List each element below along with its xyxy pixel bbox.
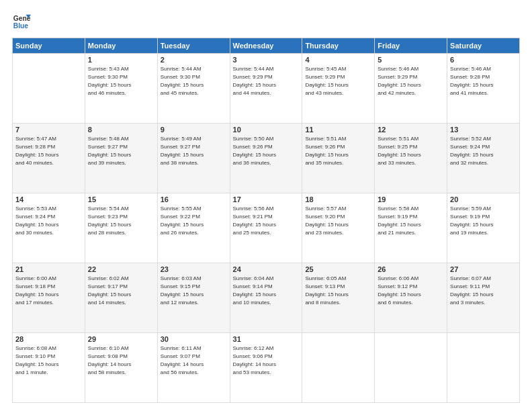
day-number: 12 bbox=[378, 126, 444, 134]
weekday-header-monday: Monday bbox=[85, 38, 157, 54]
calendar-cell: 8Sunrise: 5:48 AMSunset: 9:27 PMDaylight… bbox=[85, 124, 157, 193]
day-info: Sunrise: 5:57 AMSunset: 9:20 PMDaylight:… bbox=[305, 205, 371, 237]
day-number: 15 bbox=[88, 195, 154, 203]
week-row-4: 21Sunrise: 6:00 AMSunset: 9:18 PMDayligh… bbox=[13, 263, 520, 333]
calendar-cell: 23Sunrise: 6:03 AMSunset: 9:15 PMDayligh… bbox=[157, 263, 230, 333]
day-info: Sunrise: 5:51 AMSunset: 9:25 PMDaylight:… bbox=[378, 135, 444, 167]
day-info: Sunrise: 5:50 AMSunset: 9:26 PMDaylight:… bbox=[233, 135, 300, 167]
weekday-header-friday: Friday bbox=[375, 38, 447, 54]
calendar-cell: 4Sunrise: 5:45 AMSunset: 9:29 PMDaylight… bbox=[302, 54, 375, 124]
day-number: 3 bbox=[233, 56, 300, 64]
day-info: Sunrise: 6:04 AMSunset: 9:14 PMDaylight:… bbox=[233, 275, 300, 307]
logo-icon: General Blue bbox=[12, 12, 31, 31]
day-info: Sunrise: 6:12 AMSunset: 9:06 PMDaylight:… bbox=[233, 345, 300, 377]
calendar-cell: 5Sunrise: 5:46 AMSunset: 9:29 PMDaylight… bbox=[375, 54, 447, 124]
calendar-cell: 7Sunrise: 5:47 AMSunset: 9:28 PMDaylight… bbox=[13, 124, 85, 193]
calendar-body: 1Sunrise: 5:43 AMSunset: 9:30 PMDaylight… bbox=[13, 54, 520, 403]
weekday-header-row: SundayMondayTuesdayWednesdayThursdayFrid… bbox=[13, 38, 520, 54]
day-number: 17 bbox=[233, 195, 300, 203]
day-info: Sunrise: 5:56 AMSunset: 9:21 PMDaylight:… bbox=[233, 205, 300, 237]
weekday-header-tuesday: Tuesday bbox=[157, 38, 230, 54]
calendar-cell bbox=[447, 333, 520, 403]
day-number: 26 bbox=[378, 265, 444, 273]
day-info: Sunrise: 5:53 AMSunset: 9:24 PMDaylight:… bbox=[15, 205, 82, 237]
day-number: 28 bbox=[15, 335, 82, 343]
day-number: 29 bbox=[88, 335, 154, 343]
calendar-cell: 14Sunrise: 5:53 AMSunset: 9:24 PMDayligh… bbox=[13, 193, 85, 263]
calendar-cell: 25Sunrise: 6:05 AMSunset: 9:13 PMDayligh… bbox=[302, 263, 375, 333]
calendar-cell: 22Sunrise: 6:02 AMSunset: 9:17 PMDayligh… bbox=[85, 263, 157, 333]
day-number: 23 bbox=[161, 265, 227, 273]
calendar-cell: 31Sunrise: 6:12 AMSunset: 9:06 PMDayligh… bbox=[230, 333, 302, 403]
day-number: 24 bbox=[233, 265, 300, 273]
calendar-cell: 2Sunrise: 5:44 AMSunset: 9:30 PMDaylight… bbox=[157, 54, 230, 124]
day-info: Sunrise: 5:46 AMSunset: 9:29 PMDaylight:… bbox=[378, 65, 444, 97]
calendar-page: General Blue SundayMondayTuesdayWednesda… bbox=[0, 0, 532, 411]
day-info: Sunrise: 6:06 AMSunset: 9:12 PMDaylight:… bbox=[378, 275, 444, 307]
calendar-cell: 16Sunrise: 5:55 AMSunset: 9:22 PMDayligh… bbox=[157, 193, 230, 263]
day-number: 8 bbox=[88, 126, 154, 134]
day-info: Sunrise: 5:52 AMSunset: 9:24 PMDaylight:… bbox=[450, 135, 517, 167]
calendar-cell bbox=[375, 333, 447, 403]
day-info: Sunrise: 5:59 AMSunset: 9:19 PMDaylight:… bbox=[450, 205, 517, 237]
calendar-cell: 13Sunrise: 5:52 AMSunset: 9:24 PMDayligh… bbox=[447, 124, 520, 193]
day-number: 27 bbox=[450, 265, 517, 273]
calendar-cell: 18Sunrise: 5:57 AMSunset: 9:20 PMDayligh… bbox=[302, 193, 375, 263]
weekday-header-saturday: Saturday bbox=[447, 38, 520, 54]
day-number: 6 bbox=[450, 56, 517, 64]
calendar-cell bbox=[13, 54, 85, 124]
calendar-cell: 15Sunrise: 5:54 AMSunset: 9:23 PMDayligh… bbox=[85, 193, 157, 263]
weekday-header-wednesday: Wednesday bbox=[230, 38, 302, 54]
day-info: Sunrise: 6:08 AMSunset: 9:10 PMDaylight:… bbox=[15, 345, 82, 377]
day-number: 18 bbox=[305, 195, 371, 203]
calendar-cell: 24Sunrise: 6:04 AMSunset: 9:14 PMDayligh… bbox=[230, 263, 302, 333]
logo: General Blue bbox=[12, 12, 31, 31]
calendar-cell: 28Sunrise: 6:08 AMSunset: 9:10 PMDayligh… bbox=[13, 333, 85, 403]
calendar-cell: 21Sunrise: 6:00 AMSunset: 9:18 PMDayligh… bbox=[13, 263, 85, 333]
day-info: Sunrise: 6:05 AMSunset: 9:13 PMDaylight:… bbox=[305, 275, 371, 307]
day-info: Sunrise: 6:03 AMSunset: 9:15 PMDaylight:… bbox=[161, 275, 227, 307]
week-row-2: 7Sunrise: 5:47 AMSunset: 9:28 PMDaylight… bbox=[13, 124, 520, 193]
day-number: 22 bbox=[88, 265, 154, 273]
calendar-cell: 9Sunrise: 5:49 AMSunset: 9:27 PMDaylight… bbox=[157, 124, 230, 193]
day-info: Sunrise: 6:07 AMSunset: 9:11 PMDaylight:… bbox=[450, 275, 517, 307]
calendar-cell: 29Sunrise: 6:10 AMSunset: 9:08 PMDayligh… bbox=[85, 333, 157, 403]
calendar-cell: 3Sunrise: 5:44 AMSunset: 9:29 PMDaylight… bbox=[230, 54, 302, 124]
day-info: Sunrise: 6:02 AMSunset: 9:17 PMDaylight:… bbox=[88, 275, 154, 307]
calendar-cell: 20Sunrise: 5:59 AMSunset: 9:19 PMDayligh… bbox=[447, 193, 520, 263]
day-info: Sunrise: 5:46 AMSunset: 9:28 PMDaylight:… bbox=[450, 65, 517, 97]
day-number: 2 bbox=[161, 56, 227, 64]
day-info: Sunrise: 5:49 AMSunset: 9:27 PMDaylight:… bbox=[161, 135, 227, 167]
day-info: Sunrise: 5:44 AMSunset: 9:30 PMDaylight:… bbox=[161, 65, 227, 97]
weekday-header-thursday: Thursday bbox=[302, 38, 375, 54]
calendar-cell: 12Sunrise: 5:51 AMSunset: 9:25 PMDayligh… bbox=[375, 124, 447, 193]
calendar-table: SundayMondayTuesdayWednesdayThursdayFrid… bbox=[12, 38, 520, 403]
day-info: Sunrise: 5:48 AMSunset: 9:27 PMDaylight:… bbox=[88, 135, 154, 167]
day-number: 14 bbox=[15, 195, 82, 203]
calendar-cell: 11Sunrise: 5:51 AMSunset: 9:26 PMDayligh… bbox=[302, 124, 375, 193]
day-number: 11 bbox=[305, 126, 371, 134]
day-number: 31 bbox=[233, 335, 300, 343]
week-row-3: 14Sunrise: 5:53 AMSunset: 9:24 PMDayligh… bbox=[13, 193, 520, 263]
calendar-cell: 19Sunrise: 5:58 AMSunset: 9:19 PMDayligh… bbox=[375, 193, 447, 263]
day-info: Sunrise: 6:11 AMSunset: 9:07 PMDaylight:… bbox=[161, 345, 227, 377]
weekday-header-sunday: Sunday bbox=[13, 38, 85, 54]
week-row-1: 1Sunrise: 5:43 AMSunset: 9:30 PMDaylight… bbox=[13, 54, 520, 124]
day-number: 16 bbox=[161, 195, 227, 203]
calendar-cell: 6Sunrise: 5:46 AMSunset: 9:28 PMDaylight… bbox=[447, 54, 520, 124]
day-number: 7 bbox=[15, 126, 82, 134]
day-info: Sunrise: 5:44 AMSunset: 9:29 PMDaylight:… bbox=[233, 65, 300, 97]
day-number: 9 bbox=[161, 126, 227, 134]
day-number: 25 bbox=[305, 265, 371, 273]
calendar-cell bbox=[302, 333, 375, 403]
day-number: 19 bbox=[378, 195, 444, 203]
svg-text:Blue: Blue bbox=[13, 22, 29, 30]
day-info: Sunrise: 5:43 AMSunset: 9:30 PMDaylight:… bbox=[88, 65, 154, 97]
day-number: 20 bbox=[450, 195, 517, 203]
calendar-cell: 26Sunrise: 6:06 AMSunset: 9:12 PMDayligh… bbox=[375, 263, 447, 333]
calendar-cell: 30Sunrise: 6:11 AMSunset: 9:07 PMDayligh… bbox=[157, 333, 230, 403]
day-number: 30 bbox=[161, 335, 227, 343]
calendar-cell: 10Sunrise: 5:50 AMSunset: 9:26 PMDayligh… bbox=[230, 124, 302, 193]
day-info: Sunrise: 6:00 AMSunset: 9:18 PMDaylight:… bbox=[15, 275, 82, 307]
day-info: Sunrise: 5:47 AMSunset: 9:28 PMDaylight:… bbox=[15, 135, 82, 167]
